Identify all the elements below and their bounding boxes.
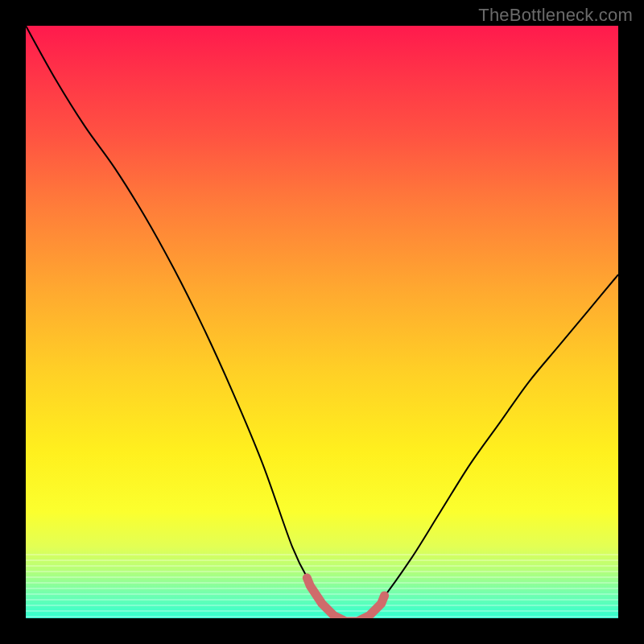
baseline-stripes	[26, 554, 618, 618]
plot-area	[26, 26, 618, 618]
bottleneck-curve	[26, 26, 618, 618]
minimum-marker	[307, 578, 384, 618]
chart-frame: TheBottleneck.com	[0, 0, 644, 644]
curve-line	[26, 26, 618, 618]
watermark-text: TheBottleneck.com	[478, 5, 633, 26]
